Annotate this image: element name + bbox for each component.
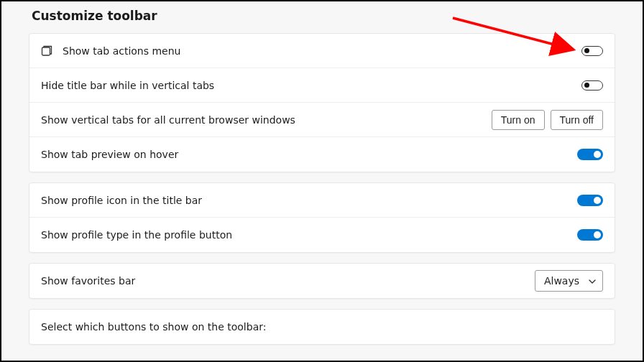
row-label: Show vertical tabs for all current brows… [41,114,486,126]
settings-group-tabs: Show tab actions menu Hide title bar whi… [29,33,615,172]
row-label: Hide title bar while in vertical tabs [41,80,581,91]
row-show-tab-actions-menu: Show tab actions menu [29,34,615,68]
row-show-tab-preview-hover: Show tab preview on hover [29,137,615,172]
settings-group-profile: Show profile icon in the title bar Show … [29,182,615,253]
row-hide-title-bar-vertical: Hide title bar while in vertical tabs [29,68,615,103]
row-label: Show profile icon in the title bar [41,195,577,206]
svg-rect-0 [42,47,50,55]
page-title: Customize toolbar [32,9,615,23]
row-show-profile-icon: Show profile icon in the title bar [29,183,615,218]
row-label: Select which buttons to show on the tool… [41,321,603,333]
turn-off-button[interactable]: Turn off [551,110,603,130]
row-show-favorites-bar: Show favorites bar Always [29,264,615,298]
settings-group-favorites: Show favorites bar Always [29,263,615,299]
row-label: Show favorites bar [41,275,535,287]
settings-group-buttons: Select which buttons to show on the tool… [29,309,615,345]
row-label: Show tab actions menu [63,45,581,57]
toggle-show-profile-icon[interactable] [577,195,603,206]
toggle-show-profile-type[interactable] [577,229,603,241]
row-label: Show tab preview on hover [41,149,577,160]
toggle-show-tab-actions-menu[interactable] [581,46,603,56]
tab-actions-icon [41,45,52,57]
row-show-profile-type: Show profile type in the profile button [29,218,615,252]
favorites-bar-select[interactable]: Always [535,270,603,292]
select-value: Always [544,275,579,287]
toggle-hide-title-bar-vertical[interactable] [581,80,603,90]
chevron-down-icon [588,277,595,284]
turn-on-button[interactable]: Turn on [492,110,545,130]
row-show-vertical-tabs-all: Show vertical tabs for all current brows… [29,103,615,137]
row-buttons-heading: Select which buttons to show on the tool… [29,310,615,344]
toggle-show-tab-preview-hover[interactable] [577,149,603,160]
row-label: Show profile type in the profile button [41,229,577,241]
